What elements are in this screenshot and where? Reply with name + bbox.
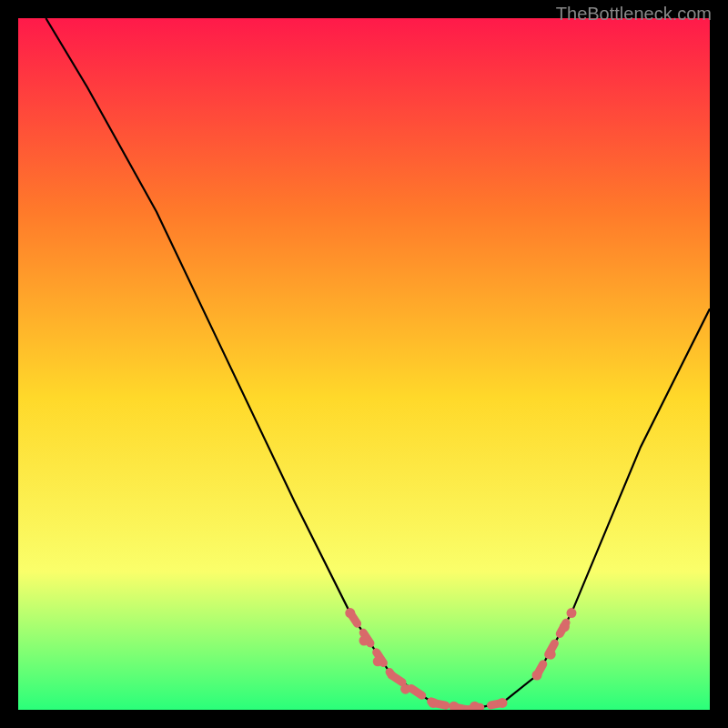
highlight-point [567, 608, 577, 618]
highlight-point [429, 698, 439, 708]
highlight-point [359, 636, 369, 646]
bottleneck-chart [18, 18, 710, 710]
highlight-point [498, 698, 508, 708]
highlight-point [373, 656, 383, 666]
highlight-point [400, 684, 410, 694]
highlight-point [546, 650, 556, 660]
highlight-point [345, 608, 355, 618]
highlight-point [532, 671, 542, 681]
highlight-point [560, 622, 570, 632]
chart-area [18, 18, 710, 710]
watermark-text: TheBottleneck.com [556, 4, 712, 25]
gradient-background [18, 18, 710, 710]
